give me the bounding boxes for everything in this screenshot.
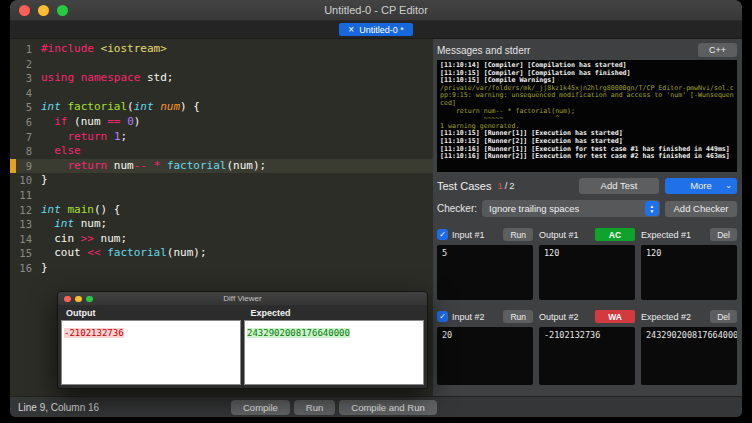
code-text: cin >> num; (41, 232, 127, 247)
code-line[interactable]: 3using namespace std; (10, 71, 433, 86)
diff-expected-header: Expected (243, 308, 428, 318)
line-number: 9 (10, 159, 41, 174)
code-text: int factorial(int num) { (41, 100, 200, 115)
input-2-label: Input #2 (452, 312, 485, 322)
code-line[interactable]: 8 else (10, 144, 433, 159)
tab-untitled[interactable]: × Untitled-0 * (339, 23, 412, 36)
code-text: } (41, 173, 48, 188)
diff-expected-value: 2432902008176640000 (247, 328, 350, 338)
checker-label: Checker: (437, 203, 477, 214)
diff-zoom-button[interactable] (86, 296, 93, 303)
testcase-1-header: ✓ Input #1 Run Output #1 AC Expected #1 … (437, 228, 737, 241)
add-test-button[interactable]: Add Test (579, 178, 659, 194)
messages-title: Messages and stderr (437, 45, 530, 56)
code-line[interactable]: 2 (10, 57, 433, 72)
right-panel: Messages and stderr C++ [11:10:14] [Comp… (433, 39, 742, 396)
code-line[interactable]: 5int factorial(int num) { (10, 100, 433, 115)
diff-output-pane[interactable]: -2102132736 (61, 320, 241, 385)
code-text: if (num == 0) (41, 115, 140, 130)
line-number: 4 (10, 86, 41, 101)
add-checker-button[interactable]: Add Checker (665, 201, 737, 217)
checker-value: Ignore trailing spaces (489, 203, 579, 214)
language-button[interactable]: C++ (698, 43, 737, 57)
code-line[interactable]: 11 (10, 188, 433, 203)
zoom-window-button[interactable] (57, 5, 68, 16)
checker-select[interactable]: Ignore trailing spaces ▴▾ (482, 200, 660, 217)
test-cases-count: 1/2 (497, 180, 514, 191)
code-line[interactable]: 14 cin >> num; (10, 232, 433, 247)
diff-title: Diff Viewer (223, 294, 261, 303)
status-bar: Line 9, Column 16 Compile Run Compile an… (10, 396, 742, 417)
verdict-2-badge: WA (595, 310, 635, 323)
input-2-box[interactable]: 20 (437, 327, 533, 385)
code-text: #include <iostream> (41, 42, 167, 57)
diff-headers: Output Expected (58, 305, 427, 320)
compile-button[interactable]: Compile (231, 400, 290, 415)
testcase-1-checkbox[interactable]: ✓ (437, 229, 448, 240)
code-line[interactable]: 12int main() { (10, 203, 433, 218)
total-count: 2 (509, 180, 514, 191)
diff-expected-pane[interactable]: 2432902008176640000 (244, 320, 424, 385)
expected-2-label: Expected #2 (641, 312, 691, 322)
console-output[interactable]: [11:10:14] [Compiler] [Compilation has s… (437, 60, 737, 172)
diff-output-header: Output (58, 308, 243, 318)
traffic-lights (19, 5, 68, 16)
code-line[interactable]: 7 return 1; (10, 130, 433, 145)
testcase-2-checkbox[interactable]: ✓ (437, 311, 448, 322)
window-title: Untitled-0 - CP Editor (324, 4, 428, 16)
diff-viewer-window: Diff Viewer Output Expected -2102132736 … (57, 291, 428, 389)
console-line: /private/var/folders/mk/_jj8kz1k45xjn2hl… (440, 85, 734, 108)
code-text: return num-- * factorial(num); (41, 159, 266, 174)
code-line[interactable]: 9 return num-- * factorial(num); (10, 159, 433, 174)
testcase-2-header: ✓ Input #2 Run Output #2 WA Expected #2 … (437, 310, 737, 323)
code-line[interactable]: 6 if (num == 0) (10, 115, 433, 130)
line-number: 1 (10, 42, 41, 57)
line-number: 14 (10, 232, 41, 247)
more-button[interactable]: More⌄ (665, 178, 737, 194)
chevron-down-icon: ⌄ (725, 181, 732, 190)
code-text: } (41, 261, 48, 276)
tab-close-icon[interactable]: × (348, 25, 354, 35)
code-line[interactable]: 4 (10, 86, 433, 101)
console-line: [11:10:16] [Runner[2]] [Execution for te… (440, 153, 734, 161)
diff-titlebar[interactable]: Diff Viewer (58, 292, 427, 305)
testcase-2-boxes: 20 -2102132736 2432902008176640000 (437, 327, 737, 385)
tab-bar: × Untitled-0 * (10, 21, 742, 39)
code-line[interactable]: 10} (10, 173, 433, 188)
test-cases-title: Test Cases (437, 180, 491, 192)
run-button[interactable]: Run (294, 400, 335, 415)
expected-1-label: Expected #1 (641, 230, 691, 240)
minimize-window-button[interactable] (38, 5, 49, 16)
output-2-label: Output #2 (539, 312, 579, 322)
code-text: return 1; (41, 130, 127, 145)
output-2-box[interactable]: -2102132736 (539, 327, 635, 385)
input-1-box[interactable]: 5 (437, 245, 533, 300)
diff-output-value: -2102132736 (64, 328, 124, 338)
del-2-button[interactable]: Del (710, 310, 737, 323)
compile-and-run-button[interactable]: Compile and Run (339, 400, 436, 415)
line-number: 8 (10, 144, 41, 159)
code-line[interactable]: 1#include <iostream> (10, 42, 433, 57)
output-1-label: Output #1 (539, 230, 579, 240)
diff-close-button[interactable] (64, 296, 71, 303)
code-text: int num; (41, 217, 107, 232)
line-number: 15 (10, 246, 41, 261)
code-line[interactable]: 15 cout << factorial(num); (10, 246, 433, 261)
output-1-box[interactable]: 120 (539, 245, 635, 300)
expected-2-box[interactable]: 2432902008176640000 (641, 327, 737, 385)
del-1-button[interactable]: Del (710, 228, 737, 241)
verdict-1-badge: AC (595, 228, 635, 241)
line-number: 6 (10, 115, 41, 130)
code-text: cout << factorial(num); (41, 246, 207, 261)
expected-1-box[interactable]: 120 (641, 245, 737, 300)
code-line[interactable]: 13 int num; (10, 217, 433, 232)
diff-minimize-button[interactable] (75, 296, 82, 303)
cursor-position: Line 9, Column 16 (18, 402, 99, 413)
run-2-button[interactable]: Run (503, 310, 533, 323)
close-window-button[interactable] (19, 5, 30, 16)
status-buttons: Compile Run Compile and Run (231, 400, 437, 415)
line-number: 10 (10, 173, 41, 188)
messages-header: Messages and stderr C++ (437, 43, 737, 57)
run-1-button[interactable]: Run (503, 228, 533, 241)
code-line[interactable]: 16} (10, 261, 433, 276)
